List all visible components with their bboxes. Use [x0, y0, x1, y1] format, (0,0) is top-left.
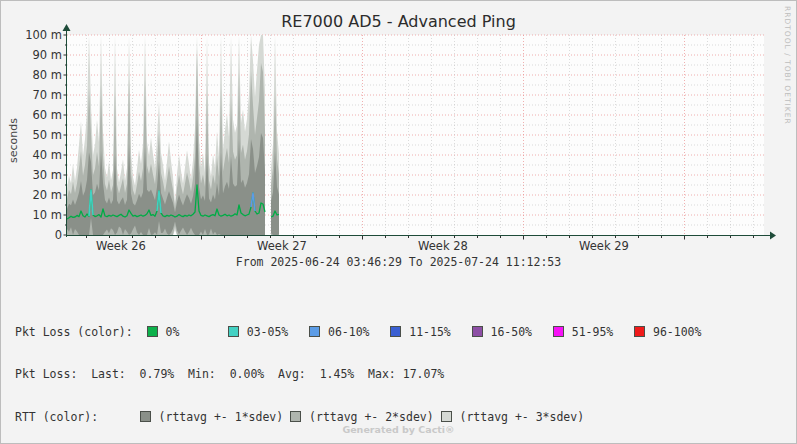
y-tick-label: 30 m: [0, 168, 62, 182]
legend-swatch-0%: [147, 326, 158, 337]
legend-swatch-06-10%: [309, 326, 320, 337]
y-tick-label: 50 m: [0, 128, 62, 142]
y-tick-label: 80 m: [0, 68, 62, 82]
pkt-loss-stats-row: Pkt Loss: Last: 0.79% Min: 0.00% Avg: 1.…: [15, 367, 701, 381]
legend-swatch-11-15%: [390, 326, 401, 337]
rtt-band-swatch-list: (rttavg +- 1*sdev) (rttavg +- 2*sdev) (r…: [140, 410, 585, 424]
legend-swatch-16-50%: [472, 326, 483, 337]
rrdtool-watermark: RRDTOOL / TOBI OETIKER: [783, 6, 792, 125]
y-tick-label: 0: [0, 228, 62, 242]
cacti-graph-image: RE7000 AD5 - Advanced Ping seconds 010 m…: [0, 0, 797, 444]
legend-swatch-51-95%: [553, 326, 564, 337]
y-tick-label: 10 m: [0, 208, 62, 222]
legend-swatch-rttavg+-2*sdev: [290, 411, 301, 422]
y-tick-label: 90 m: [0, 48, 62, 62]
graph-title: RE7000 AD5 - Advanced Ping: [0, 12, 797, 31]
x-week-label: Week 29: [559, 239, 649, 253]
rtt-color-row: RTT (color): (rttavg +- 1*sdev) (rttavg …: [15, 410, 701, 424]
pkt-loss-color-label: Pkt Loss (color):: [15, 325, 147, 339]
pkt-loss-color-row: Pkt Loss (color): 0% 03-05% 06-10% 11-15…: [15, 325, 701, 339]
y-tick-label: 20 m: [0, 188, 62, 202]
legend-swatch-03-05%: [228, 326, 239, 337]
y-tick-label: 70 m: [0, 88, 62, 102]
legend-swatch-96-100%: [634, 326, 645, 337]
x-week-label: Week 28: [398, 239, 488, 253]
rtt-color-label: RTT (color):: [15, 410, 140, 424]
graph-legend: Pkt Loss (color): 0% 03-05% 06-10% 11-15…: [15, 296, 701, 444]
y-tick-label: 40 m: [0, 148, 62, 162]
pkt-loss-swatch-list: 0% 03-05% 06-10% 11-15% 16-50% 51-95% 96…: [147, 325, 702, 339]
y-tick-label: 100 m: [0, 28, 62, 42]
x-week-label: Week 26: [76, 239, 166, 253]
y-tick-label: 60 m: [0, 108, 62, 122]
time-range-label: From 2025-06-24 03:46:29 To 2025-07-24 1…: [0, 255, 797, 269]
x-week-label: Week 27: [237, 239, 327, 253]
legend-swatch-rttavg+-3*sdev: [441, 411, 452, 422]
legend-swatch-rttavg+-1*sdev: [140, 411, 151, 422]
